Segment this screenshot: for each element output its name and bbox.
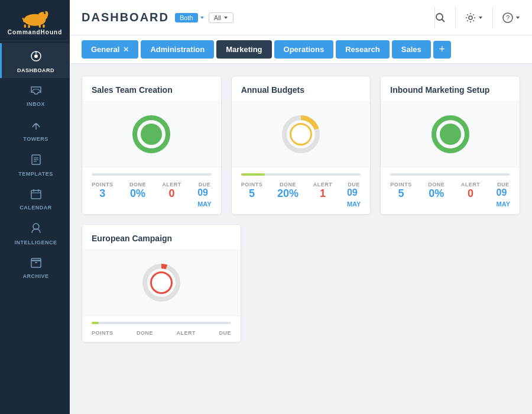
tab-research[interactable]: Research [336,40,390,59]
card-header-sales-team: Sales Team Creation [82,76,221,102]
tab-marketing[interactable]: Marketing [216,40,271,59]
svg-rect-22 [31,260,41,267]
stat-done-european: DONE [137,330,153,336]
svg-point-27 [436,14,443,20]
all-dropdown-label: All [214,14,221,21]
donut-sales-team [131,114,172,155]
content-area: Sales Team Creation [70,64,532,414]
svg-rect-23 [31,258,41,261]
stat-value-done-2: 20% [277,187,299,200]
card-footer-sales-team: POINTS 3 DONE 0% ALERT 0 DUE [82,167,221,214]
svg-rect-5 [28,25,30,28]
search-button[interactable] [435,12,446,23]
stat-due-sales-team: DUE 09MAY [197,182,211,208]
progress-annual-budgets [241,173,361,176]
stat-alert-budgets: ALERT 1 [313,182,333,208]
both-badge[interactable]: Both [175,13,198,22]
stat-value-points-3: 5 [398,187,404,200]
settings-icon [465,12,476,23]
card-title-sales-team: Sales Team Creation [92,85,173,95]
sidebar-item-inbox[interactable]: INBOX [0,78,70,112]
card-footer-inbound: POINTS 5 DONE 0% ALERT 0 DUE [381,167,520,214]
sidebar-item-calendar[interactable]: CALENDAR [0,182,70,215]
svg-point-3 [44,12,46,14]
stat-label-done-4: DONE [137,330,153,336]
help-button[interactable]: ? [502,12,520,23]
archive-icon [31,257,41,271]
both-dropdown-arrow[interactable] [199,15,205,21]
dashboard-icon [30,50,42,65]
sidebar-item-label-inbox: INBOX [27,101,45,107]
sidebar-item-label-calendar: CALENDAR [20,205,52,211]
stat-label-due-3: DUE [497,182,510,187]
tab-marketing-label: Marketing [226,45,262,54]
header-divider3 [492,7,493,28]
stat-label-alert-1: ALERT [162,182,181,187]
calendar-icon [31,189,41,202]
settings-button[interactable] [465,12,483,23]
stat-label-points-4: POINTS [92,330,113,336]
header-icons: ? [435,7,520,28]
stat-due-sub-2: MAY [347,200,361,208]
tab-general-close[interactable]: ✕ [123,46,129,54]
donut-center-budgets [290,123,312,145]
sidebar-nav: DASHBOARD INBOX TOWERS TEMPLATES CALENDA… [0,43,70,284]
svg-point-2 [44,11,48,17]
card-header-european: European Campaign [82,225,241,250]
stat-label-due-1: DUE [199,182,211,187]
stats-row-european: POINTS DONE ALERT DUE [92,330,231,336]
card-annual-budgets: Annual Budgets [231,76,371,215]
tab-administration[interactable]: Administration [141,40,214,59]
stat-value-alert-2: 1 [320,187,326,200]
header-divider2 [455,7,456,28]
stat-label-alert-2: ALERT [313,182,333,187]
sidebar: CommandHound DASHBOARD INBOX TOWERS TEMP… [0,0,70,414]
card-title-inbound: Inbound Marketing Setup [390,85,489,95]
stat-due-sub-1: MAY [197,200,211,208]
brand-logo: CommandHound [0,0,70,41]
donut-center-european [150,271,173,294]
svg-rect-7 [43,24,44,28]
tab-sales[interactable]: Sales [392,40,431,59]
stat-value-due-2: 09MAY [347,187,361,208]
svg-point-29 [469,16,472,20]
stat-value-done-1: 0% [130,187,145,200]
settings-dropdown-arrow [478,15,483,20]
stats-row-sales-team: POINTS 3 DONE 0% ALERT 0 DUE [92,182,212,208]
sidebar-item-label-archive: ARCHIVE [22,273,48,279]
tab-administration-label: Administration [150,45,205,54]
sidebar-item-archive[interactable]: ARCHIVE [0,250,70,284]
stat-value-done-3: 0% [429,187,444,200]
sidebar-item-towers[interactable]: TOWERS [0,112,70,147]
tab-general[interactable]: General ✕ [82,40,138,59]
stat-due-european: DUE [219,330,231,336]
cards-row-1: Sales Team Creation [82,76,520,215]
stat-label-points-2: POINTS [241,182,263,187]
all-dropdown[interactable]: All [209,12,233,23]
stat-points-budgets: POINTS 5 [241,182,263,208]
main-content: DASHBOARD Both All ? Genera [70,0,532,414]
svg-marker-25 [200,17,204,19]
tab-operations[interactable]: Operations [274,40,334,59]
svg-point-10 [34,54,38,58]
sidebar-item-dashboard[interactable]: DASHBOARD [0,43,70,78]
brand-name: CommandHound [8,29,63,35]
progress-bar-budgets [241,173,265,176]
sidebar-item-label-towers: TOWERS [23,136,48,142]
card-footer-annual-budgets: POINTS 5 DONE 20% ALERT 1 DUE [232,167,371,214]
intelligence-icon [31,222,41,237]
sidebar-item-label-dashboard: DASHBOARD [17,67,54,73]
sidebar-item-intelligence[interactable]: INTELLIGENCE [0,215,70,250]
page-title: DASHBOARD [82,11,169,24]
header: DASHBOARD Both All ? [70,0,532,35]
donut-center-inbound [440,124,461,145]
templates-icon [31,154,41,169]
sidebar-item-templates[interactable]: TEMPLATES [0,147,70,182]
stat-label-alert-4: ALERT [177,330,196,336]
add-tab-button[interactable]: + [433,41,451,59]
svg-text:?: ? [506,14,510,21]
stat-value-due-3: 09MAY [497,187,510,208]
svg-rect-4 [24,24,26,28]
stat-due-sub-3: MAY [497,200,510,208]
logo-icon [20,7,50,28]
